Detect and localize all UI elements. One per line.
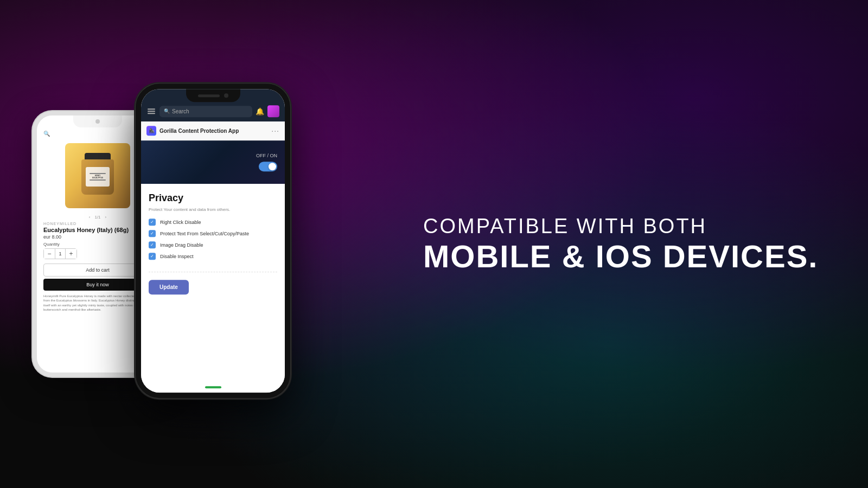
more-options-icon[interactable]: ··· (271, 126, 279, 135)
check-icon-2: ✓ (150, 231, 154, 236)
checkbox-item-3: ✓ Image Drag Disable (149, 241, 277, 248)
checkbox-label-3: Image Drag Disable (160, 242, 203, 248)
checkbox-label-4: Disable Inspect (160, 254, 194, 259)
black-phone-notch (186, 89, 240, 102)
prev-arrow-icon[interactable]: ‹ (89, 215, 91, 220)
jar-lid (85, 153, 111, 159)
product-brand: HONEYMILLED (43, 222, 76, 226)
white-phone-notch (73, 115, 122, 127)
checkbox-label-1: Right Click Disable (160, 220, 201, 225)
jar-label: HONEYEUCALYPTUS (86, 167, 110, 187)
text-area: COMPATIBLE WITH BOTH MOBILE & IOS DEVICE… (380, 182, 868, 306)
speaker (198, 94, 220, 97)
hamburger-menu-icon[interactable] (146, 107, 156, 115)
quantity-control: − 1 + (43, 248, 77, 259)
phones-area: 🔍 HONEYEUCALYPTUS (0, 0, 380, 488)
bottom-bar (141, 382, 285, 393)
protection-toggle[interactable] (259, 162, 277, 171)
ham-line-1 (148, 108, 155, 110)
checkbox-disable-inspect[interactable]: ✓ (149, 253, 156, 260)
app-title: Gorilla Content Protection App (159, 128, 268, 134)
headline-line2: MOBILE & IOS DEVICES. (423, 239, 825, 274)
privacy-content: Privacy Protect Your content and data fr… (141, 184, 285, 382)
checkbox-item-2: ✓ Protect Text From Select/Cut/Copy/Past… (149, 230, 277, 237)
headline-line1: COMPATIBLE WITH BOTH (423, 214, 825, 239)
product-image: HONEYEUCALYPTUS (65, 143, 130, 208)
user-avatar[interactable] (267, 105, 279, 117)
check-icon-3: ✓ (150, 242, 154, 247)
quantity-increase-button[interactable]: + (66, 249, 76, 259)
checkbox-image-drag[interactable]: ✓ (149, 241, 156, 248)
label-line-2 (90, 179, 106, 181)
nav-counter: 1/1 (94, 215, 100, 220)
checkbox-protect-text[interactable]: ✓ (149, 230, 156, 237)
search-bar[interactable]: 🔍 Search (159, 106, 252, 117)
app-title-bar: 🦍 Gorilla Content Protection App ··· (141, 121, 285, 140)
notification-bell-icon[interactable]: 🔔 (256, 107, 264, 115)
toggle-banner: OFF / ON (141, 140, 285, 184)
front-camera (224, 93, 228, 98)
quantity-label: Quantity (43, 242, 60, 247)
home-indicator (205, 386, 221, 388)
front-camera-icon (95, 119, 100, 124)
update-button[interactable]: Update (149, 280, 189, 294)
search-bar-icon: 🔍 (164, 108, 170, 114)
app-icon: 🦍 (146, 126, 156, 136)
section-subtitle: Protect Your content and data from other… (149, 207, 277, 212)
section-title: Privacy (149, 192, 277, 204)
quantity-value: 1 (55, 249, 66, 259)
check-icon: ✓ (150, 220, 154, 224)
check-icon-4: ✓ (150, 254, 154, 259)
label-text: HONEYEUCALYPTUS (92, 175, 103, 179)
checkbox-item-1: ✓ Right Click Disable (149, 219, 277, 226)
checkbox-list: ✓ Right Click Disable ✓ Protect Text Fro… (149, 219, 277, 260)
product-nav: ‹ 1/1 › (89, 215, 106, 220)
ham-line-2 (148, 111, 155, 112)
search-placeholder-text: Search (172, 108, 189, 114)
ham-line-3 (148, 113, 155, 114)
honey-jar-illustration: HONEYEUCALYPTUS (79, 153, 117, 199)
compatibility-text: COMPATIBLE WITH BOTH MOBILE & IOS DEVICE… (423, 214, 825, 273)
next-arrow-icon[interactable]: › (105, 215, 107, 220)
checkbox-item-4: ✓ Disable Inspect (149, 253, 277, 260)
jar-body: HONEYEUCALYPTUS (81, 159, 114, 195)
search-icon: 🔍 (43, 131, 50, 137)
product-title: Eucalyptus Honey (Italy) (68g) (43, 227, 129, 233)
main-content: 🔍 HONEYEUCALYPTUS (0, 0, 868, 488)
checkbox-label-2: Protect Text From Select/Cut/Copy/Paste (160, 231, 249, 236)
toggle-label: OFF / ON (256, 153, 277, 158)
divider (149, 272, 277, 272)
checkbox-right-click[interactable]: ✓ (149, 219, 156, 226)
phone-black: 🔍 Search 🔔 🦍 Gorilla Content Protection … (136, 84, 290, 398)
black-phone-screen: 🔍 Search 🔔 🦍 Gorilla Content Protection … (141, 89, 285, 393)
quantity-decrease-button[interactable]: − (44, 249, 55, 259)
label-line (90, 173, 106, 174)
toggle-knob (269, 163, 276, 170)
product-price: eur 8.00 (43, 234, 61, 240)
